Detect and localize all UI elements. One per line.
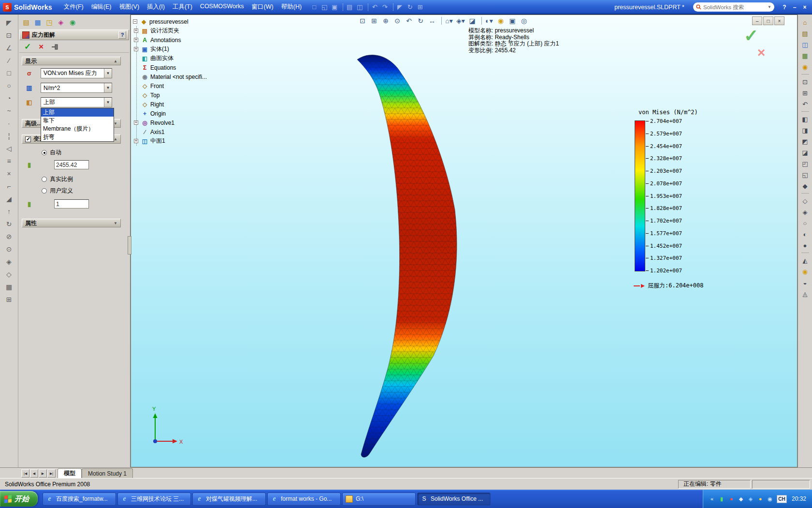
tree-expander[interactable]: + bbox=[134, 47, 138, 51]
close-button[interactable]: × bbox=[800, 3, 809, 12]
revolved-boss-icon[interactable]: ↻ bbox=[3, 219, 15, 229]
search-dropdown-icon[interactable]: ▼ bbox=[768, 5, 771, 9]
point-icon[interactable]: ∙ bbox=[3, 118, 15, 129]
save-icon[interactable]: ▣ bbox=[330, 2, 339, 12]
tree-item[interactable]: ◇Top bbox=[140, 90, 244, 100]
taskbar-button[interactable]: eformat works - Go... bbox=[267, 493, 341, 506]
section-view-icon[interactable]: ◪ bbox=[467, 16, 478, 26]
menu-tools[interactable]: 工具(T) bbox=[169, 1, 196, 13]
tab-motion-study[interactable]: Motion Study 1 bbox=[82, 468, 133, 478]
taskbar-button[interactable]: e百度搜索_formatw... bbox=[43, 493, 116, 506]
mirror-entities-icon[interactable]: ◁ bbox=[3, 143, 15, 154]
print-preview-icon[interactable]: ◫ bbox=[355, 2, 364, 12]
shaded-with-edges-icon[interactable]: ◐ bbox=[800, 229, 811, 239]
tree-item[interactable]: ΣEquations bbox=[140, 63, 244, 72]
top-view-icon[interactable]: ◰ bbox=[800, 159, 811, 168]
zoom-to-area-icon[interactable]: ⊞ bbox=[369, 16, 379, 26]
solidworks-resources-icon[interactable]: ⌂ bbox=[800, 17, 811, 27]
help-button[interactable]: ? bbox=[780, 3, 789, 12]
section-view-icon[interactable]: ◭ bbox=[800, 255, 811, 265]
menu-view[interactable]: 视图(V) bbox=[115, 1, 143, 13]
perspective-icon[interactable]: ◬ bbox=[800, 289, 811, 299]
fillet-icon[interactable]: ⌐ bbox=[3, 181, 15, 192]
graphics-area[interactable]: Y X − ◆ pressurevessel +▤设计活页夹+AAnnotati… bbox=[130, 15, 798, 467]
line-icon[interactable]: ∕ bbox=[3, 55, 15, 66]
zoom-in-out-icon[interactable]: ⊕ bbox=[380, 16, 391, 26]
view-orientation-icon[interactable]: ⌂▾ bbox=[444, 16, 454, 26]
tray-hide-icons-chevron[interactable]: « bbox=[708, 495, 716, 503]
radio-button[interactable] bbox=[42, 188, 47, 194]
propertymanager-tab-icon[interactable]: ▦ bbox=[33, 17, 43, 27]
section-display[interactable]: 显示 ▲ bbox=[22, 57, 121, 65]
dropdown-arrow-icon[interactable]: ▼ bbox=[104, 69, 112, 78]
zoom-to-area-icon[interactable]: ⊞ bbox=[800, 88, 811, 98]
tray-messenger-icon[interactable]: ▮ bbox=[718, 495, 725, 503]
pressure-vessel-shell[interactable] bbox=[357, 55, 457, 457]
shaded-icon[interactable]: ● bbox=[800, 240, 811, 250]
left-view-icon[interactable]: ◩ bbox=[800, 136, 811, 146]
back-view-icon[interactable]: ◨ bbox=[800, 125, 811, 135]
section-properties[interactable]: 属性 ▼ bbox=[22, 219, 121, 227]
rebuild-icon[interactable]: ↻ bbox=[405, 2, 415, 12]
shell-face-dropdown[interactable]: 上部 ▼ bbox=[41, 97, 112, 107]
tree-item[interactable]: ◇Front bbox=[140, 81, 244, 90]
radio-button[interactable] bbox=[42, 150, 47, 155]
tree-expander[interactable]: + bbox=[134, 120, 138, 125]
list-option-membrane[interactable]: Membrane（膜片） bbox=[41, 125, 114, 133]
confirm-cancel-icon[interactable]: × bbox=[757, 45, 765, 60]
rotate-view-icon[interactable]: ↻ bbox=[415, 16, 426, 26]
list-option-bottom[interactable]: 靠下 bbox=[41, 117, 114, 125]
taskbar-button[interactable]: G:\ bbox=[342, 493, 416, 506]
scale-factor-field[interactable] bbox=[54, 160, 89, 169]
menu-cosmosworks[interactable]: COSMOSWorks bbox=[196, 1, 248, 13]
tab-scroll-prev-icon[interactable]: ◀ bbox=[30, 469, 38, 478]
tree-expander[interactable]: + bbox=[134, 38, 138, 42]
centerline-icon[interactable]: ¦ bbox=[3, 131, 15, 141]
search-box[interactable]: ▼ bbox=[693, 2, 774, 12]
spline-icon[interactable]: ~ bbox=[3, 105, 15, 116]
undo-icon[interactable]: ↶ bbox=[370, 2, 379, 12]
rectangle-icon[interactable]: □ bbox=[3, 68, 15, 78]
zoom-to-fit-icon[interactable]: ⊡ bbox=[800, 77, 811, 87]
tray-volume-icon[interactable]: ◉ bbox=[766, 495, 774, 503]
featuremanager-tab-icon[interactable]: ▤ bbox=[21, 17, 31, 27]
tray-ime-tool-icon[interactable]: ◆ bbox=[737, 495, 745, 503]
tree-item[interactable]: +◫中面1 bbox=[140, 136, 244, 146]
search-input[interactable] bbox=[703, 4, 766, 10]
view-settings-icon[interactable]: ◐▾ bbox=[484, 16, 494, 26]
menu-insert[interactable]: 插入(I) bbox=[143, 1, 169, 13]
start-button[interactable]: 开始 bbox=[0, 491, 38, 507]
tree-item[interactable]: ◧曲面实体 bbox=[140, 54, 244, 63]
tree-root-expander[interactable]: − bbox=[133, 19, 137, 24]
extruded-boss-icon[interactable]: ↑ bbox=[3, 206, 15, 217]
select-arrow-icon[interactable]: ◤ bbox=[395, 2, 405, 12]
doc-close-button[interactable]: × bbox=[774, 16, 784, 25]
radio-button[interactable] bbox=[42, 177, 47, 182]
minimize-button[interactable]: – bbox=[790, 3, 799, 12]
doc-restore-button[interactable]: □ bbox=[763, 16, 773, 25]
circle-icon[interactable]: ○ bbox=[3, 80, 15, 91]
tab-scroll-next-icon[interactable]: ▶ bbox=[39, 469, 47, 478]
hidden-lines-visible-icon[interactable]: ◈ bbox=[800, 207, 811, 217]
view-palette-icon[interactable]: ▦ bbox=[800, 51, 811, 60]
wireframe-icon[interactable]: ◇ bbox=[800, 196, 811, 206]
reference-geometry-icon[interactable]: ⊞ bbox=[3, 294, 15, 305]
list-option-top[interactable]: 上部 bbox=[41, 108, 114, 117]
design-library-icon[interactable]: ▤ bbox=[800, 29, 811, 38]
stress-component-dropdown[interactable]: VON:von Mises 应力 ▼ bbox=[41, 68, 112, 78]
isometric-view-icon[interactable]: ◆ bbox=[800, 181, 811, 191]
radio-true-scale[interactable]: 真实比例 bbox=[42, 175, 73, 183]
sweep-icon[interactable]: ◈ bbox=[3, 256, 15, 267]
doc-minimize-button[interactable]: – bbox=[752, 16, 762, 25]
deformed-shape-checkbox[interactable] bbox=[25, 136, 31, 142]
tree-expander[interactable]: + bbox=[134, 139, 138, 143]
taskbar-button[interactable]: e对煤气罐视频理解... bbox=[192, 493, 266, 506]
select-tool-icon[interactable]: ◤ bbox=[3, 17, 15, 28]
front-view-icon[interactable]: ◧ bbox=[800, 114, 811, 124]
panel-splitter[interactable] bbox=[128, 236, 131, 254]
configurationmanager-tab-icon[interactable]: ◳ bbox=[44, 17, 54, 27]
apply-scene-icon[interactable]: ▣ bbox=[507, 16, 518, 26]
zoom-to-fit-icon[interactable]: ⊡ bbox=[357, 16, 368, 26]
zoom-to-selection-icon[interactable]: ⊙ bbox=[392, 16, 403, 26]
realview-icon[interactable]: ◉ bbox=[800, 267, 811, 276]
